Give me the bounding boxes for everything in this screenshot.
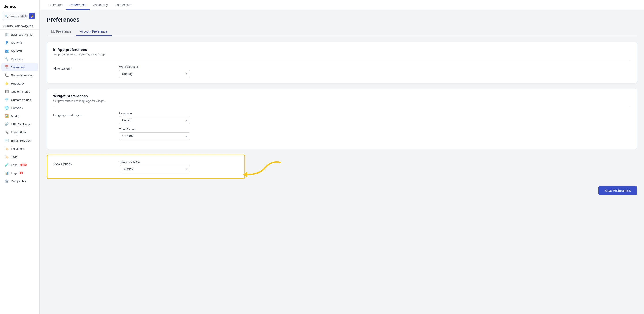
sidebar-item-domains[interactable]: 🌐Domains — [1, 104, 38, 112]
labs-icon: 🧪 — [4, 163, 9, 167]
week-starts-label: Week Starts On — [119, 65, 190, 68]
week-starts-select-wrapper: Sunday Monday Tuesday Wednesday Thursday… — [119, 70, 190, 78]
widget-section-divider — [53, 107, 630, 107]
calendars-icon: 📅 — [4, 65, 9, 69]
in-app-view-options-row: View Options Week Starts On Sunday Monda… — [53, 65, 630, 78]
save-preferences-button[interactable]: Save Preferences — [598, 186, 637, 195]
sidebar-item-companies[interactable]: 🏛️Companies — [1, 177, 38, 185]
sidebar-nav: 🏢Business Profile👤My Profile👥My Staff🔧Pi… — [0, 30, 40, 185]
sidebar-item-custom-fields[interactable]: 🔲Custom Fields — [1, 88, 38, 96]
sub-tab-bar: My Preference Account Preference — [47, 27, 637, 36]
my-staff-label: My Staff — [11, 49, 22, 53]
my-profile-icon: 👤 — [4, 41, 9, 45]
back-navigation[interactable]: ‹ Back to main navigation — [0, 23, 40, 29]
labs-label: Labs — [11, 163, 18, 167]
email-services-icon: ✉️ — [4, 138, 9, 142]
sub-tab-account-preference[interactable]: Account Preference — [76, 27, 112, 36]
widget-preferences-section: Widget preferences Set preferences like … — [47, 88, 637, 149]
in-app-preferences-section: In App preferences Set preferences like … — [47, 42, 637, 83]
language-select-wrapper: English Spanish French German Portuguese… — [119, 116, 190, 124]
domains-label: Domains — [11, 106, 23, 110]
sidebar-item-business-profile[interactable]: 🏢Business Profile — [1, 31, 38, 38]
language-field-group: Language English Spanish French German P… — [119, 112, 190, 124]
highlighted-week-starts-select-wrapper: Sunday Monday Tuesday Wednesday Thursday… — [120, 165, 190, 173]
arrow-annotation — [241, 156, 285, 183]
highlighted-week-starts-control: Week Starts On Sunday Monday Tuesday Wed… — [120, 161, 190, 173]
providers-label: Providers — [11, 147, 24, 150]
time-format-select[interactable]: 1:30 PM 13:30 — [119, 132, 190, 140]
sidebar-item-email-services[interactable]: ✉️Email Services — [1, 137, 38, 144]
sidebar-item-phone-numbers[interactable]: 📞Phone Numbers — [1, 71, 38, 79]
logs-icon: 📊 — [4, 171, 9, 175]
search-icon: 🔍 — [5, 14, 8, 18]
sidebar: demo. 🔍 Search ctrl K ⚡ ‹ Back to main n… — [0, 0, 40, 314]
business-profile-label: Business Profile — [11, 33, 32, 36]
highlighted-section-container: View Options Week Starts On Sunday Monda… — [47, 155, 245, 184]
in-app-section-title: In App preferences — [53, 47, 630, 52]
reputation-icon: ⭐ — [4, 81, 9, 85]
highlighted-week-starts-select[interactable]: Sunday Monday Tuesday Wednesday Thursday… — [120, 165, 190, 173]
save-area: Save Preferences — [47, 186, 637, 195]
companies-label: Companies — [11, 180, 26, 183]
my-profile-label: My Profile — [11, 41, 24, 44]
search-shortcut: ctrl K — [20, 14, 28, 18]
view-options-label: View Options — [53, 65, 110, 70]
calendars-label: Calendars — [11, 66, 25, 69]
logs-badge-num: 9 — [20, 172, 23, 174]
time-format-select-wrapper: 1:30 PM 13:30 ▾ — [119, 132, 190, 140]
url-redirects-label: URL Redirects — [11, 123, 30, 126]
business-profile-icon: 🏢 — [4, 32, 9, 36]
sidebar-item-media[interactable]: 🖼️Media — [1, 112, 38, 120]
main-content: Calendars Preferences Availability Conne… — [40, 0, 644, 314]
sidebar-item-calendars[interactable]: 📅Calendars — [1, 63, 38, 71]
language-label: Language — [119, 112, 190, 115]
widget-language-row: Language and region Language English Spa… — [53, 112, 630, 144]
tab-calendars[interactable]: Calendars — [45, 0, 66, 10]
language-select[interactable]: English Spanish French German Portuguese — [119, 116, 190, 124]
search-bar[interactable]: 🔍 Search ctrl K ⚡ — [2, 12, 37, 20]
arrow-svg — [241, 156, 285, 182]
sidebar-item-integrations[interactable]: 🔌Integrations — [1, 128, 38, 136]
bolt-icon[interactable]: ⚡ — [29, 13, 35, 19]
sidebar-item-reputation[interactable]: ⭐Reputation — [1, 79, 38, 87]
custom-fields-label: Custom Fields — [11, 90, 30, 93]
tags-icon: 🏷️ — [4, 155, 9, 159]
widget-controls: Language English Spanish French German P… — [119, 112, 190, 144]
integrations-icon: 🔌 — [4, 130, 9, 134]
tab-availability[interactable]: Availability — [90, 0, 111, 10]
app-logo: demo. — [0, 0, 40, 12]
highlighted-view-options-section: View Options Week Starts On Sunday Monda… — [47, 155, 245, 179]
custom-values-label: Custom Values — [11, 98, 31, 101]
week-starts-select[interactable]: Sunday Monday Tuesday Wednesday Thursday… — [119, 70, 190, 78]
logs-label: Logs — [11, 172, 18, 175]
sidebar-item-my-staff[interactable]: 👥My Staff — [1, 47, 38, 55]
sidebar-item-providers[interactable]: 🏷️Providers — [1, 145, 38, 153]
integrations-label: Integrations — [11, 131, 27, 134]
phone-numbers-label: Phone Numbers — [11, 74, 32, 77]
language-region-label: Language and region — [53, 112, 110, 117]
widget-section-title: Widget preferences — [53, 94, 630, 98]
tab-connections[interactable]: Connections — [111, 0, 136, 10]
sidebar-item-custom-values[interactable]: 💎Custom Values — [1, 96, 38, 104]
pipelines-label: Pipelines — [11, 57, 23, 61]
media-icon: 🖼️ — [4, 114, 9, 118]
sidebar-item-url-redirects[interactable]: 🔗URL Redirects — [1, 120, 38, 128]
sidebar-item-labs[interactable]: 🧪Labsnew — [1, 161, 38, 169]
sidebar-item-tags[interactable]: 🏷️Tags — [1, 153, 38, 161]
highlighted-view-options-label: View Options — [54, 161, 111, 166]
companies-icon: 🏛️ — [4, 179, 9, 183]
page-title: Preferences — [47, 16, 637, 23]
sidebar-item-logs[interactable]: 📊Logs9 — [1, 169, 38, 177]
in-app-section-desc: Set preferences like start day for the a… — [53, 53, 630, 56]
section-divider — [53, 60, 630, 61]
phone-numbers-icon: 📞 — [4, 73, 9, 77]
custom-values-icon: 💎 — [4, 98, 9, 102]
my-staff-icon: 👥 — [4, 49, 9, 53]
tab-preferences[interactable]: Preferences — [66, 0, 90, 10]
sidebar-item-my-profile[interactable]: 👤My Profile — [1, 39, 38, 47]
media-label: Media — [11, 114, 19, 118]
sidebar-item-pipelines[interactable]: 🔧Pipelines — [1, 55, 38, 63]
tags-label: Tags — [11, 155, 18, 159]
time-format-field-group: Time Format 1:30 PM 13:30 ▾ — [119, 128, 190, 140]
sub-tab-my-preference[interactable]: My Preference — [47, 27, 76, 36]
